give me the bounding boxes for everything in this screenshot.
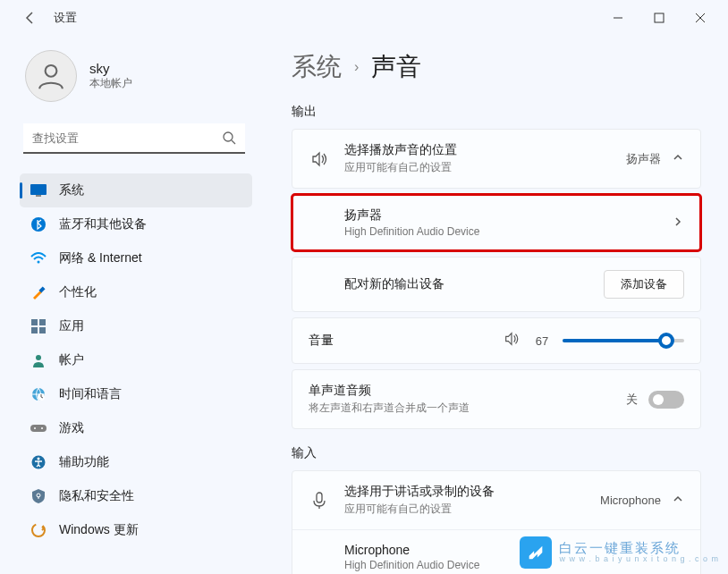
svg-line-4 xyxy=(232,140,235,144)
nav-label: 蓝牙和其他设备 xyxy=(59,216,147,232)
volume-card: 音量 67 xyxy=(292,317,701,364)
svg-rect-18 xyxy=(30,425,47,432)
svg-rect-10 xyxy=(31,319,38,325)
search-input[interactable] xyxy=(23,123,245,154)
nav: 系统 蓝牙和其他设备 网络 & Internet 个性化 应用 帐户 时间和语言… xyxy=(20,173,252,547)
maximize-button[interactable] xyxy=(639,0,680,36)
card-title: 单声道音频 xyxy=(309,383,612,399)
svg-rect-26 xyxy=(317,493,322,502)
breadcrumb-current: 声音 xyxy=(371,50,421,84)
chevron-up-icon xyxy=(672,493,684,508)
avatar xyxy=(25,50,77,102)
breadcrumb-parent[interactable]: 系统 xyxy=(292,50,342,84)
svg-rect-6 xyxy=(36,195,41,197)
nav-label: 时间和语言 xyxy=(59,386,122,402)
svg-point-7 xyxy=(31,217,46,232)
nav-label: 辅助功能 xyxy=(59,454,109,470)
card-sub: 应用可能有自己的设置 xyxy=(344,160,612,175)
nav-accounts[interactable]: 帐户 xyxy=(20,343,252,377)
nav-label: 帐户 xyxy=(59,352,84,368)
search-icon xyxy=(222,131,236,148)
chevron-right-icon: › xyxy=(354,59,359,75)
svg-rect-13 xyxy=(39,327,46,333)
nav-network[interactable]: 网络 & Internet xyxy=(20,241,252,275)
nav-label: Windows 更新 xyxy=(59,522,139,538)
output-value: 扬声器 xyxy=(626,151,661,167)
watermark-text: 白云一键重装系统 xyxy=(559,541,719,556)
nav-time-language[interactable]: 时间和语言 xyxy=(20,377,252,411)
watermark-url: w w w . b a i y u n x i t o n g . c o m xyxy=(559,555,719,564)
svg-point-22 xyxy=(38,458,40,460)
svg-point-8 xyxy=(38,261,40,264)
input-value: Microphone xyxy=(600,494,661,507)
svg-point-20 xyxy=(41,427,43,429)
svg-point-3 xyxy=(224,132,233,141)
close-button[interactable] xyxy=(680,0,721,36)
nav-label: 应用 xyxy=(59,318,84,334)
nav-system[interactable]: 系统 xyxy=(20,173,252,207)
nav-apps[interactable]: 应用 xyxy=(20,309,252,343)
brush-icon xyxy=(30,284,47,300)
mono-toggle[interactable] xyxy=(648,391,684,409)
profile-name: sky xyxy=(89,61,132,76)
update-icon xyxy=(30,522,47,538)
nav-label: 网络 & Internet xyxy=(59,250,142,266)
add-device-button[interactable]: 添加设备 xyxy=(604,270,684,299)
pair-device-card: 配对新的输出设备 添加设备 xyxy=(292,257,701,312)
accessibility-icon xyxy=(30,454,47,470)
svg-point-14 xyxy=(36,355,41,360)
input-section-title: 输入 xyxy=(292,445,701,461)
sidebar: sky 本地帐户 系统 蓝牙和其他设备 网络 & Internet 个性化 应用… xyxy=(0,36,259,574)
globe-icon xyxy=(30,386,47,402)
output-choose-row[interactable]: 选择播放声音的位置 应用可能有自己的设置 扬声器 xyxy=(292,130,700,188)
system-icon xyxy=(30,182,47,198)
card-sub: High Definition Audio Device xyxy=(344,225,657,238)
chevron-up-icon xyxy=(672,151,684,166)
nav-accessibility[interactable]: 辅助功能 xyxy=(20,445,252,479)
speaker-icon xyxy=(504,331,521,350)
card-title: 扬声器 xyxy=(344,207,657,224)
output-section-title: 输出 xyxy=(292,104,701,120)
card-sub: 应用可能有自己的设置 xyxy=(344,502,586,517)
wifi-icon xyxy=(30,250,47,266)
main: 系统 › 声音 输出 选择播放声音的位置 应用可能有自己的设置 扬声器 xyxy=(259,36,728,574)
mono-card: 单声道音频 将左声道和右声道合并成一个声道 关 xyxy=(292,369,701,429)
profile[interactable]: sky 本地帐户 xyxy=(20,50,252,102)
svg-point-19 xyxy=(34,427,36,429)
nav-bluetooth[interactable]: 蓝牙和其他设备 xyxy=(20,207,252,241)
minimize-button[interactable] xyxy=(597,0,639,36)
output-device-row[interactable]: 扬声器 High Definition Audio Device xyxy=(292,195,700,250)
nav-personalization[interactable]: 个性化 xyxy=(20,275,252,309)
back-button[interactable] xyxy=(21,9,39,27)
titlebar: 设置 xyxy=(0,0,728,36)
nav-label: 系统 xyxy=(59,182,84,198)
shield-icon xyxy=(30,488,47,504)
card-title: 选择播放声音的位置 xyxy=(344,142,612,158)
nav-windows-update[interactable]: Windows 更新 xyxy=(20,513,252,547)
person-icon xyxy=(30,352,47,368)
breadcrumb: 系统 › 声音 xyxy=(292,50,701,84)
apps-icon xyxy=(30,318,47,334)
svg-rect-11 xyxy=(39,319,46,325)
volume-slider[interactable] xyxy=(563,339,684,342)
svg-rect-24 xyxy=(38,496,39,499)
nav-label: 个性化 xyxy=(59,284,97,300)
bluetooth-icon xyxy=(30,216,47,232)
chevron-right-icon xyxy=(672,215,684,231)
card-sub: 将左声道和右声道合并成一个声道 xyxy=(309,401,612,416)
nav-privacy[interactable]: 隐私和安全性 xyxy=(20,479,252,513)
search-box[interactable] xyxy=(23,123,245,154)
svg-rect-1 xyxy=(655,13,664,22)
volume-value: 67 xyxy=(536,334,548,348)
input-choose-row[interactable]: 选择用于讲话或录制的设备 应用可能有自己的设置 Microphone xyxy=(292,471,700,529)
output-device-card: 扬声器 High Definition Audio Device xyxy=(292,194,701,251)
nav-label: 游戏 xyxy=(59,420,84,436)
nav-gaming[interactable]: 游戏 xyxy=(20,411,252,445)
watermark: 白云一键重装系统 w w w . b a i y u n x i t o n g… xyxy=(520,536,719,569)
app-title: 设置 xyxy=(54,10,77,26)
watermark-logo xyxy=(520,536,552,569)
nav-label: 隐私和安全性 xyxy=(59,488,134,504)
volume-label: 音量 xyxy=(309,333,353,349)
card-title: 配对新的输出设备 xyxy=(344,276,589,292)
card-title: 选择用于讲话或录制的设备 xyxy=(344,484,586,500)
